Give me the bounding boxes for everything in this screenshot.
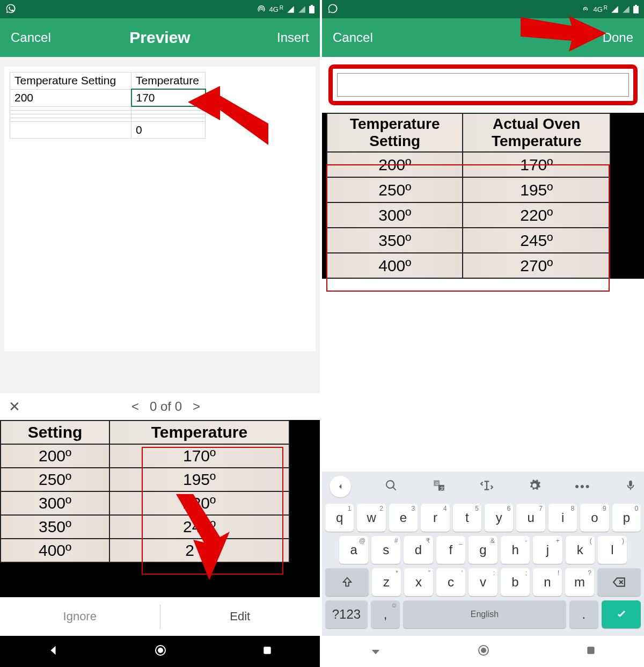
svg-text:G: G <box>435 481 438 486</box>
svg-text:文: 文 <box>440 486 444 491</box>
key-m[interactable]: m? <box>565 568 594 596</box>
key-b[interactable]: b; <box>501 568 530 596</box>
cell-header-1[interactable]: Temperature Setting <box>10 73 131 90</box>
signal-icon <box>611 5 619 13</box>
recents-icon[interactable] <box>586 645 596 658</box>
keyboard: G文 ••• q1w2e3r4t5y6u7i8o9p0 a@s#d₹f_g&h-… <box>322 472 644 636</box>
svg-rect-10 <box>635 5 637 6</box>
hotspot-icon <box>257 5 266 13</box>
arrow-annotation <box>161 494 236 585</box>
backspace-key[interactable] <box>597 568 641 596</box>
battery-icon <box>309 5 314 13</box>
recents-icon[interactable] <box>262 645 273 658</box>
key-j[interactable]: j+ <box>533 536 562 564</box>
key-l[interactable]: l) <box>598 536 627 564</box>
key-w[interactable]: w2 <box>357 504 385 532</box>
svg-rect-2 <box>311 5 313 6</box>
battery-icon <box>633 5 639 13</box>
switch-key[interactable]: ?123 <box>325 600 368 628</box>
whatsapp-icon <box>5 3 16 16</box>
gear-icon[interactable] <box>528 479 541 494</box>
done-button[interactable]: Done <box>603 30 633 45</box>
preview-table[interactable]: Temperature SettingTemperature 200170 0 <box>10 72 206 139</box>
input-highlight <box>328 64 638 105</box>
key-i[interactable]: i8 <box>548 504 577 532</box>
chevron-left-icon[interactable] <box>330 476 351 497</box>
arrow-annotation <box>521 10 606 58</box>
comma-key[interactable]: ,☺ <box>371 600 400 628</box>
signal2-icon <box>622 5 630 13</box>
more-icon[interactable]: ••• <box>575 480 590 494</box>
cancel-button[interactable]: Cancel <box>11 30 51 45</box>
key-c[interactable]: c' <box>436 568 465 596</box>
space-key[interactable]: English <box>403 600 566 628</box>
key-t[interactable]: t5 <box>453 504 481 532</box>
shift-key[interactable] <box>325 568 369 596</box>
svg-rect-1 <box>309 6 314 13</box>
home-icon[interactable] <box>154 644 167 659</box>
key-r[interactable]: r4 <box>421 504 449 532</box>
kb-row-3: z*x"c'v:b;n!m? <box>325 568 641 596</box>
key-z[interactable]: z* <box>372 568 401 596</box>
mic-icon[interactable] <box>625 480 636 494</box>
cell-edit-input[interactable] <box>337 73 629 97</box>
cancel-button[interactable]: Cancel <box>333 30 373 45</box>
key-s[interactable]: s# <box>371 536 400 564</box>
svg-marker-16 <box>521 16 606 52</box>
key-k[interactable]: k( <box>566 536 595 564</box>
edit-button[interactable]: Edit <box>160 610 320 624</box>
android-navbar <box>0 636 320 667</box>
signal-icon <box>287 5 295 13</box>
enter-key[interactable] <box>602 600 641 628</box>
key-g[interactable]: g& <box>469 536 497 564</box>
nav-count: 0 of 0 <box>150 399 182 414</box>
insert-button[interactable]: Insert <box>277 30 309 45</box>
key-d[interactable]: d₹ <box>404 536 433 564</box>
key-q[interactable]: q1 <box>325 504 354 532</box>
cell-navigator: ✕ < 0 of 0 > <box>0 393 320 420</box>
kb-row-1: q1w2e3r4t5y6u7i8o9p0 <box>325 504 641 532</box>
search-icon[interactable] <box>385 479 398 494</box>
app-bar-preview: Cancel Preview Insert <box>0 18 320 57</box>
svg-marker-7 <box>176 494 230 580</box>
next-button[interactable]: > <box>193 399 200 414</box>
text-select-icon[interactable] <box>480 479 494 495</box>
svg-point-0 <box>261 9 262 10</box>
key-v[interactable]: v: <box>469 568 497 596</box>
key-e[interactable]: e3 <box>389 504 418 532</box>
network-label: 4G <box>269 5 278 13</box>
key-n[interactable]: n! <box>533 568 562 596</box>
whatsapp-icon <box>327 3 338 16</box>
svg-rect-5 <box>264 647 270 654</box>
photo-full: Temperature SettingActual Oven Temperatu… <box>322 113 644 279</box>
key-p[interactable]: p0 <box>612 504 641 532</box>
keyboard-hide-icon[interactable] <box>370 644 382 658</box>
rows-highlight <box>326 164 610 292</box>
translate-icon[interactable]: G文 <box>432 479 446 495</box>
kb-row-4: ?123 ,☺ English . <box>325 600 641 628</box>
close-icon[interactable]: ✕ <box>9 398 20 415</box>
svg-rect-15 <box>587 647 594 654</box>
home-icon[interactable] <box>477 644 490 659</box>
key-o[interactable]: o9 <box>580 504 609 532</box>
key-x[interactable]: x" <box>404 568 433 596</box>
key-h[interactable]: h- <box>501 536 530 564</box>
key-a[interactable]: a@ <box>339 536 368 564</box>
svg-point-14 <box>481 648 486 653</box>
status-bar: 4G R <box>0 0 320 18</box>
kb-row-2: a@s#d₹f_g&h-j+k(l) <box>325 536 641 564</box>
roam-label: R <box>280 5 283 11</box>
back-icon[interactable] <box>47 644 59 658</box>
svg-rect-9 <box>633 6 639 13</box>
photo-preview: SettingTemperature 200º170º 250º195º 300… <box>0 420 320 597</box>
period-key[interactable]: . <box>569 600 599 628</box>
key-u[interactable]: u7 <box>516 504 545 532</box>
page-title: Preview <box>129 28 190 47</box>
cell-a7[interactable] <box>10 121 131 138</box>
key-f[interactable]: f_ <box>436 536 465 564</box>
prev-button[interactable]: < <box>131 399 139 414</box>
cell-a2[interactable]: 200 <box>10 89 131 106</box>
ignore-button[interactable]: Ignore <box>0 610 160 624</box>
key-y[interactable]: y6 <box>485 504 513 532</box>
svg-point-4 <box>158 648 163 653</box>
